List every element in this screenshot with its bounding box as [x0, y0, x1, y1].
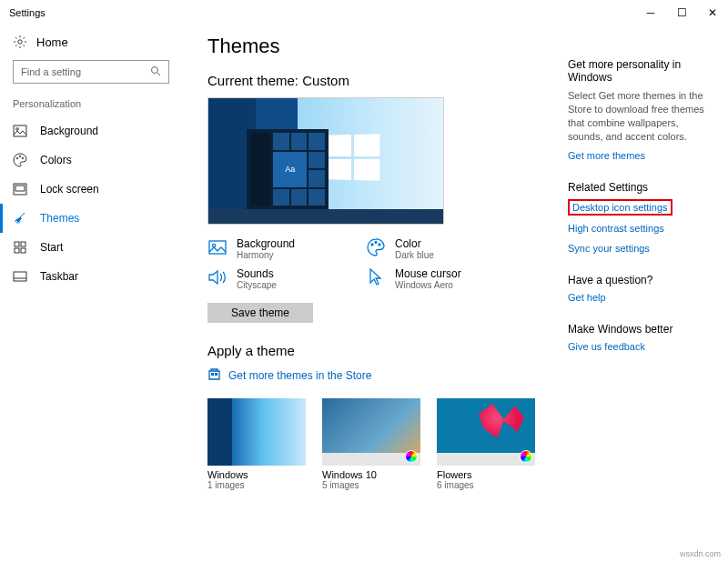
svg-point-6 — [19, 156, 21, 157]
watermark: wsxdn.com — [680, 549, 721, 558]
theme-card-windows10[interactable]: Windows 10 5 images — [322, 398, 420, 490]
color-wheel-icon — [520, 450, 532, 463]
personality-heading: Get more personality in Windows — [568, 58, 713, 84]
current-theme-heading: Current theme: Custom — [207, 73, 557, 88]
svg-rect-10 — [15, 242, 19, 246]
sidebar-item-start[interactable]: Start — [0, 233, 182, 262]
svg-rect-13 — [21, 248, 25, 253]
main-content: Themes Current theme: Custom Aa Backgrou… — [182, 25, 564, 537]
svg-point-1 — [152, 67, 158, 74]
theme-prop-sounds[interactable]: SoundsCityscape — [207, 267, 362, 290]
picture-icon — [207, 237, 228, 257]
start-icon — [13, 240, 27, 255]
svg-rect-22 — [215, 373, 217, 376]
cursor-icon — [366, 267, 386, 287]
sync-settings-link[interactable]: Sync your settings — [568, 243, 713, 254]
sidebar-item-label: Taskbar — [40, 270, 78, 283]
question-heading: Have a question? — [568, 274, 713, 286]
store-icon — [207, 367, 221, 384]
theme-prop-cursor[interactable]: Mouse cursorWindows Aero — [366, 267, 521, 290]
gear-icon — [13, 35, 27, 49]
sidebar-item-themes[interactable]: Themes — [0, 204, 182, 233]
color-wheel-icon — [405, 450, 418, 463]
search-icon — [150, 65, 161, 78]
feedback-link[interactable]: Give us feedback — [568, 341, 713, 352]
brush-icon — [13, 211, 27, 226]
svg-point-4 — [16, 128, 19, 131]
theme-card-flowers[interactable]: Flowers 6 images — [437, 398, 535, 490]
better-heading: Make Windows better — [568, 323, 713, 336]
sidebar-item-label: Lock screen — [40, 183, 99, 196]
maximize-button[interactable]: ☐ — [666, 0, 697, 25]
sidebar-item-lockscreen[interactable]: Lock screen — [0, 175, 182, 204]
titlebar: Settings ─ ☐ ✕ — [0, 0, 728, 25]
get-more-themes-link[interactable]: Get more themes in the Store — [207, 367, 557, 384]
preview-taskbar — [208, 209, 443, 224]
sound-icon — [207, 267, 228, 287]
svg-rect-14 — [14, 272, 26, 281]
theme-thumbnail — [437, 398, 535, 466]
svg-line-2 — [157, 73, 160, 75]
search-placeholder: Find a setting — [21, 66, 81, 77]
theme-thumbnail — [207, 398, 306, 466]
svg-rect-11 — [21, 242, 25, 246]
sidebar-item-taskbar[interactable]: Taskbar — [0, 262, 182, 291]
sidebar: Home Find a setting Personalization Back… — [0, 25, 182, 537]
sidebar-home[interactable]: Home — [0, 29, 182, 55]
sidebar-item-label: Background — [40, 125, 98, 137]
apply-theme-heading: Apply a theme — [207, 343, 557, 358]
search-input[interactable]: Find a setting — [13, 60, 169, 84]
theme-card-windows[interactable]: Windows 1 images — [207, 398, 306, 490]
window-title: Settings — [9, 7, 46, 18]
personality-text: Select Get more themes in the Store to d… — [568, 89, 713, 143]
preview-start-menu: Aa — [247, 129, 329, 209]
frame-icon — [13, 182, 27, 196]
close-button[interactable]: ✕ — [697, 0, 728, 25]
sidebar-item-background[interactable]: Background — [0, 116, 182, 146]
sidebar-item-label: Start — [40, 241, 63, 254]
theme-prop-color[interactable]: ColorDark blue — [366, 237, 521, 260]
save-theme-button[interactable]: Save theme — [207, 303, 313, 323]
get-help-link[interactable]: Get help — [568, 292, 713, 303]
right-panel: Get more personality in Windows Select G… — [564, 25, 728, 537]
svg-rect-21 — [211, 373, 214, 376]
svg-rect-12 — [15, 248, 19, 253]
palette-icon — [366, 237, 386, 257]
svg-point-0 — [18, 40, 22, 44]
get-more-themes-link[interactable]: Get more themes — [568, 150, 713, 161]
picture-icon — [13, 124, 27, 138]
theme-prop-background[interactable]: BackgroundHarmony — [207, 237, 362, 260]
sidebar-home-label: Home — [36, 35, 68, 49]
svg-point-20 — [379, 244, 380, 246]
taskbar-icon — [13, 269, 27, 284]
windows-logo-icon — [327, 134, 380, 181]
high-contrast-link[interactable]: High contrast settings — [568, 223, 713, 234]
sidebar-item-colors[interactable]: Colors — [0, 146, 182, 175]
sidebar-section-label: Personalization — [0, 95, 182, 116]
svg-rect-3 — [14, 125, 26, 136]
svg-point-19 — [375, 242, 377, 244]
sidebar-item-label: Colors — [40, 154, 72, 166]
desktop-icon-settings-link[interactable]: Desktop icon settings — [568, 199, 672, 216]
svg-point-7 — [22, 157, 24, 159]
minimize-button[interactable]: ─ — [635, 0, 666, 25]
svg-point-5 — [16, 157, 18, 159]
theme-preview[interactable]: Aa — [207, 97, 444, 225]
sidebar-item-label: Themes — [40, 212, 79, 225]
page-title: Themes — [207, 35, 557, 58]
theme-thumbnail — [322, 398, 420, 466]
svg-point-18 — [371, 244, 373, 246]
svg-rect-9 — [15, 186, 25, 191]
related-settings-heading: Related Settings — [568, 181, 713, 194]
palette-icon — [13, 153, 27, 167]
